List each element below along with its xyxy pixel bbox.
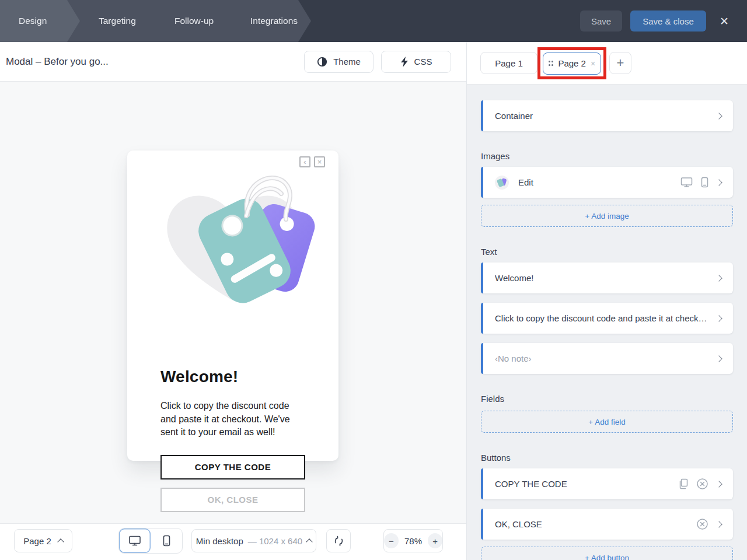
desktop-toggle-button[interactable] xyxy=(119,528,151,553)
theme-button-label: Theme xyxy=(333,57,361,66)
container-row-label: Container xyxy=(495,111,717,121)
tab-targeting[interactable]: Targeting xyxy=(67,0,156,42)
desktop-visibility-icon[interactable] xyxy=(680,177,693,188)
tab-design[interactable]: Design xyxy=(0,0,80,42)
annotation-highlight: Page 2 × xyxy=(537,47,606,79)
save-and-close-button[interactable]: Save & close xyxy=(630,10,706,32)
page-selector-label: Page 2 xyxy=(23,536,51,546)
elements-list: Container Images Edit + Add image Text W… xyxy=(467,85,747,560)
text-row-body[interactable]: Click to copy the discount code and past… xyxy=(481,303,733,334)
zoom-control: − 78% + xyxy=(383,529,443,552)
topbar-actions: Save Save & close ✕ xyxy=(580,0,747,42)
chevron-right-icon xyxy=(715,315,722,321)
preview-canvas: ‹ × xyxy=(0,82,466,523)
button-row-ok-close[interactable]: OK, CLOSE xyxy=(481,509,733,540)
images-section-label: Images xyxy=(481,151,733,161)
zoom-out-button[interactable]: − xyxy=(384,533,399,548)
text-section-label: Text xyxy=(481,247,733,257)
chevron-right-icon xyxy=(715,481,722,487)
mobile-icon xyxy=(163,535,170,547)
tab-follow-up[interactable]: Follow-up xyxy=(143,0,232,42)
tab-integrations[interactable]: Integrations xyxy=(219,0,311,42)
page-2-tab[interactable]: Page 2 × xyxy=(543,52,601,75)
disable-circle-x-icon[interactable] xyxy=(696,518,708,530)
discount-tags-illustration xyxy=(137,158,329,312)
copy-the-code-button[interactable]: COPY THE CODE xyxy=(160,455,305,480)
image-edit-row[interactable]: Edit xyxy=(481,167,733,198)
preview-content: Welcome! Click to copy the discount code… xyxy=(160,368,305,512)
chevron-up-icon xyxy=(57,538,64,545)
screen-size-dropdown[interactable]: Min desktop — 1024 x 640 xyxy=(191,529,316,552)
add-field-button[interactable]: + Add field xyxy=(481,411,733,433)
toolbar-buttons: Theme CSS xyxy=(304,51,451,73)
mobile-visibility-icon[interactable] xyxy=(701,177,708,188)
zoom-in-button[interactable]: + xyxy=(428,533,442,548)
settings-panel: Page 1 Page 2 × + Container Images Edit xyxy=(467,42,747,560)
save-button[interactable]: Save xyxy=(580,10,622,32)
preview-heading: Welcome! xyxy=(160,368,305,386)
chevron-right-icon xyxy=(715,275,722,281)
top-bar: Design Targeting Follow-up Integrations … xyxy=(0,0,747,42)
popup-preview-modal[interactable]: ‹ × xyxy=(127,150,338,461)
chevron-right-icon xyxy=(715,521,722,527)
editor-toolbar: Modal – Befor you go... Theme CSS xyxy=(0,42,466,82)
page-1-tab[interactable]: Page 1 xyxy=(480,52,537,74)
drag-handle-icon[interactable] xyxy=(549,61,554,66)
page-2-tab-label: Page 2 xyxy=(558,58,586,68)
button-row-copy-code[interactable]: COPY THE CODE xyxy=(481,468,733,499)
editor-pane: Modal – Befor you go... Theme CSS xyxy=(0,42,467,560)
mobile-toggle-button[interactable] xyxy=(151,528,182,553)
css-button-label: CSS xyxy=(414,57,432,66)
device-toggle-group xyxy=(118,528,183,554)
text-row-label: ‹No note› xyxy=(495,354,717,363)
add-image-button[interactable]: + Add image xyxy=(481,205,733,227)
page-2-close-icon[interactable]: × xyxy=(591,59,595,68)
screen-size-label: Min desktop xyxy=(196,536,243,546)
text-row-label: Welcome! xyxy=(495,273,717,283)
button-row-label: OK, CLOSE xyxy=(495,519,689,529)
buttons-section-label: Buttons xyxy=(481,453,733,463)
close-icon[interactable]: ✕ xyxy=(714,10,734,32)
chevron-right-icon xyxy=(715,355,722,362)
lightning-bolt-icon xyxy=(400,57,409,67)
button-row-label: COPY THE CODE xyxy=(495,479,671,489)
container-row[interactable]: Container xyxy=(481,100,733,131)
zoom-level: 78% xyxy=(404,536,422,546)
copy-action-icon[interactable] xyxy=(678,478,688,489)
image-thumbnail xyxy=(495,176,509,190)
popup-builder-app: Design Targeting Follow-up Integrations … xyxy=(0,0,747,560)
widget-title: Modal – Befor you go... xyxy=(6,56,109,68)
bottom-bar: Page 2 Min desktop — 1024 x 640 xyxy=(0,523,466,560)
refresh-preview-button[interactable] xyxy=(326,529,351,552)
image-edit-label: Edit xyxy=(518,177,673,187)
chevron-right-icon xyxy=(715,179,722,186)
refresh-icon xyxy=(333,536,344,547)
pages-tab-row: Page 1 Page 2 × + xyxy=(467,42,747,85)
add-page-button[interactable]: + xyxy=(609,52,631,74)
text-row-label: Click to copy the discount code and past… xyxy=(495,313,710,323)
theme-contrast-icon xyxy=(317,57,327,67)
chevron-up-icon xyxy=(306,538,312,545)
disable-circle-x-icon[interactable] xyxy=(696,478,708,490)
chevron-right-icon xyxy=(715,113,722,119)
text-row-heading[interactable]: Welcome! xyxy=(481,262,733,293)
add-button-button[interactable]: + Add button xyxy=(481,547,733,560)
page-selector-dropdown[interactable]: Page 2 xyxy=(14,529,72,552)
preview-body-text: Click to copy the discount code and past… xyxy=(160,400,305,439)
theme-button[interactable]: Theme xyxy=(304,51,374,73)
css-button[interactable]: CSS xyxy=(381,51,451,73)
ok-close-button[interactable]: OK, CLOSE xyxy=(160,488,305,512)
desktop-icon xyxy=(128,535,141,547)
screen-size-dimensions: — 1024 x 640 xyxy=(248,536,302,546)
fields-section-label: Fields xyxy=(481,394,733,404)
text-row-note[interactable]: ‹No note› xyxy=(481,343,733,374)
